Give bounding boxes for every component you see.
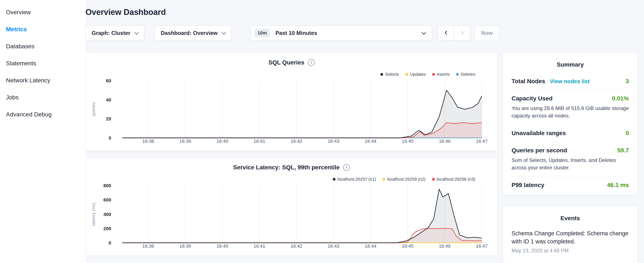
- sidebar-item-network-latency[interactable]: Network Latency: [0, 72, 86, 89]
- x-axis-tick-label: 16:41: [254, 243, 265, 249]
- time-range-dropdown[interactable]: 10m Past 10 Minutes: [250, 25, 432, 41]
- page: OverviewMetricsDatabasesStatementsNetwor…: [0, 0, 644, 263]
- legend-dot-icon: [432, 73, 435, 76]
- events-panel: Events Schema Change Completed: Schema c…: [503, 206, 638, 263]
- summary-row: Queries per second59.7Sum of Selects, Up…: [512, 142, 629, 177]
- summary-label: Capacity Used: [512, 95, 552, 102]
- chart-title: SQL Queries: [268, 59, 304, 66]
- dashboard-grid: SQL Queries i SelectsUpdatesInsertsDelet…: [86, 53, 638, 263]
- sidebar-item-jobs[interactable]: Jobs: [0, 89, 86, 106]
- x-axis-tick-label: 16:39: [180, 139, 191, 144]
- main-content: Overview Dashboard Graph: Cluster Dashbo…: [86, 0, 644, 263]
- sidebar-item-statements[interactable]: Statements: [0, 55, 86, 72]
- summary-value: 59.7: [614, 147, 629, 154]
- summary-description: Sum of Selects, Updates, Inserts, and De…: [512, 156, 629, 171]
- summary-value: 0.01%: [609, 95, 629, 102]
- summary-label: Queries per second: [512, 147, 567, 154]
- x-axis-tick-label: 16:38: [142, 243, 154, 249]
- x-axis-tick-label: 16:41: [254, 139, 265, 144]
- sidebar-item-metrics[interactable]: Metrics: [0, 21, 86, 38]
- time-range-badge: 10m: [254, 29, 270, 37]
- y-axis-tick-label: 0: [109, 135, 111, 141]
- summary-rows: Total NodesView nodes list3Capacity Used…: [512, 73, 629, 194]
- sidebar: OverviewMetricsDatabasesStatementsNetwor…: [0, 0, 86, 263]
- event-timestamp: May 13, 2020 at 4:45 PM: [512, 248, 629, 254]
- time-forward-button[interactable]: ›: [454, 25, 470, 41]
- summary-row: Capacity Used0.01%You are using 28.6 MiB…: [512, 90, 629, 125]
- controls-bar: Graph: Cluster Dashboard: Overview 10m P…: [86, 25, 638, 41]
- x-axis-tick-label: 16:45: [402, 243, 414, 249]
- x-axis-tick-label: 16:40: [216, 139, 228, 144]
- chart-header: Service Latency: SQL, 99th percentile i: [86, 158, 497, 171]
- summary-row: Unavailable ranges0: [512, 125, 629, 142]
- summary-panel: Summary Total NodesView nodes list3Capac…: [503, 53, 638, 195]
- summary-label: P99 latency: [512, 182, 544, 188]
- page-title: Overview Dashboard: [86, 8, 638, 17]
- series-area: [122, 90, 482, 138]
- legend-dot-icon: [333, 178, 336, 181]
- x-axis-tick-label: 16:42: [291, 243, 302, 249]
- sql-queries-chart[interactable]: 16:3816:3916:4016:4116:4216:4316:4416:45…: [86, 76, 498, 150]
- chevron-down-icon: [222, 30, 226, 35]
- y-axis-tick-label: 800: [103, 183, 111, 188]
- event-text: Schema Change Completed: Schema change w…: [512, 229, 629, 245]
- info-icon[interactable]: i: [308, 59, 315, 66]
- series-line: [122, 90, 482, 138]
- y-axis-tick-label: 600: [103, 197, 111, 203]
- summary-value: 46.1 ms: [604, 182, 629, 188]
- x-axis-tick-label: 16:40: [216, 243, 228, 249]
- service-latency-chart[interactable]: 16:3816:3916:4016:4116:4216:4316:4416:45…: [86, 181, 498, 254]
- y-axis-tick-label: 200: [103, 226, 111, 231]
- info-icon[interactable]: i: [343, 164, 350, 171]
- now-button[interactable]: Now: [474, 25, 499, 41]
- legend-dot-icon: [406, 73, 408, 76]
- x-axis-tick-label: 16:47: [476, 139, 488, 144]
- chart-card-sql-queries: SQL Queries i SelectsUpdatesInsertsDelet…: [86, 53, 498, 151]
- event-item[interactable]: Schema Change Completed: Schema change w…: [512, 229, 629, 254]
- y-axis-tick-label: 400: [103, 212, 111, 217]
- summary-value: 0: [622, 130, 629, 137]
- legend-dot-icon: [382, 178, 385, 181]
- chevron-down-icon: [422, 30, 426, 35]
- summary-title: Summary: [512, 59, 629, 73]
- view-nodes-list-link[interactable]: View nodes list: [550, 78, 590, 85]
- summary-value: 3: [622, 78, 629, 85]
- summary-label: Total Nodes: [512, 78, 545, 85]
- graph-dropdown-label: Graph: Cluster: [92, 30, 130, 36]
- x-axis-tick-label: 16:39: [180, 243, 191, 249]
- chart-header: SQL Queries i: [86, 53, 497, 66]
- x-axis-tick-label: 16:45: [402, 139, 414, 144]
- time-pager: ‹ ›: [438, 25, 470, 41]
- charts-column: SQL Queries i SelectsUpdatesInsertsDelet…: [86, 53, 498, 256]
- time-range-label: Past 10 Minutes: [275, 30, 418, 36]
- x-axis-tick-label: 16:38: [142, 139, 154, 144]
- x-axis-tick-label: 16:46: [439, 139, 450, 144]
- events-title: Events: [512, 213, 629, 226]
- y-axis-title: latency (ms): [91, 203, 96, 226]
- summary-description: You are using 28.6 MiB of 515.9 GiB usab…: [512, 105, 629, 119]
- y-axis-title: queries: [91, 102, 96, 116]
- y-axis-tick-label: 20: [106, 116, 111, 122]
- x-axis-tick-label: 16:43: [328, 243, 339, 249]
- legend-dot-icon: [380, 73, 383, 76]
- x-axis-tick-label: 16:47: [476, 243, 488, 249]
- x-axis-tick-label: 16:44: [365, 139, 376, 144]
- chart-card-service-latency: Service Latency: SQL, 99th percentile i …: [86, 157, 498, 256]
- sidebar-item-databases[interactable]: Databases: [0, 38, 86, 55]
- legend-dot-icon: [456, 73, 459, 76]
- sidebar-item-overview[interactable]: Overview: [0, 4, 86, 21]
- graph-dropdown[interactable]: Graph: Cluster: [86, 25, 144, 41]
- summary-row: Total NodesView nodes list3: [512, 73, 629, 90]
- series-area: [122, 189, 482, 243]
- dashboard-dropdown[interactable]: Dashboard: Overview: [154, 25, 232, 41]
- x-axis-tick-label: 16:42: [291, 139, 302, 144]
- summary-row: P99 latency46.1 ms: [512, 177, 629, 194]
- sidebar-item-advanced-debug[interactable]: Advanced Debug: [0, 106, 86, 123]
- x-axis-tick-label: 16:43: [328, 139, 339, 144]
- summary-label: Unavailable ranges: [512, 130, 566, 137]
- x-axis-tick-label: 16:46: [439, 243, 450, 249]
- time-back-button[interactable]: ‹: [438, 25, 454, 41]
- side-column: Summary Total NodesView nodes list3Capac…: [503, 53, 638, 263]
- y-axis-tick-label: 0: [109, 240, 111, 245]
- chart-title: Service Latency: SQL, 99th percentile: [233, 164, 340, 171]
